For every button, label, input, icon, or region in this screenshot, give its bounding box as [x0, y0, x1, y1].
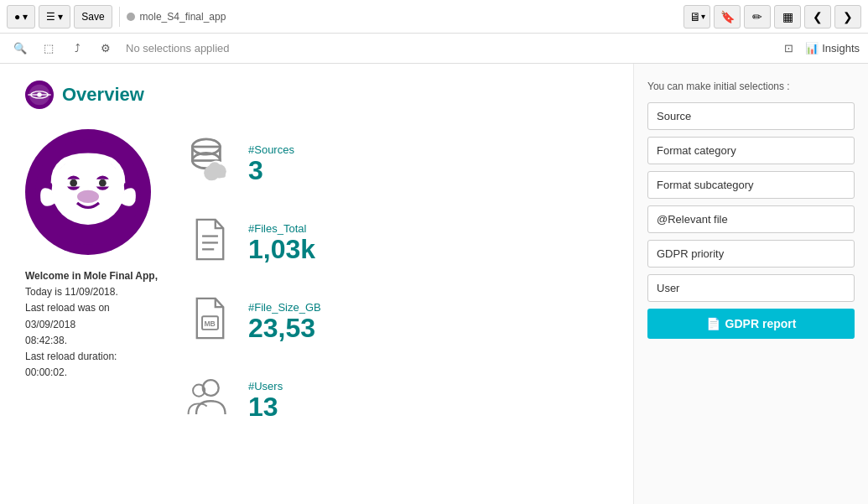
svg-rect-22	[206, 171, 225, 177]
users-value: 13	[248, 392, 283, 422]
stat-sources: #Sources 3	[185, 138, 321, 191]
app-name-label: mole_S4_final_app	[140, 11, 226, 23]
gdpr-btn-label: GDPR report	[725, 317, 797, 330]
smart-select-btn[interactable]: ⊡	[777, 37, 800, 60]
save-button[interactable]: Save	[74, 5, 112, 29]
chart-btn[interactable]: ▦	[774, 5, 801, 29]
bookmark-icon: 🔖	[720, 10, 735, 23]
svg-point-14	[99, 179, 107, 187]
chart-icon: ▦	[782, 10, 793, 23]
page-header: Overview	[25, 81, 608, 109]
divider1	[119, 7, 120, 27]
logo-circle	[25, 129, 151, 255]
stat-files: #Files_Total 1,03k	[185, 216, 321, 270]
nav-back-btn[interactable]: ❮	[804, 5, 831, 29]
selection-hint: You can make initial selections :	[647, 81, 855, 92]
bookmark-btn[interactable]: 🔖	[714, 5, 741, 29]
gdpr-report-button[interactable]: 📄 GDPR report	[647, 309, 855, 339]
save-label: Save	[81, 11, 104, 23]
stat-filesize: MB #File_Size_GB 23,53	[185, 295, 321, 349]
users-icon	[185, 374, 235, 428]
stats-column: #Sources 3	[185, 129, 321, 453]
app-title: mole_S4_final_app	[127, 11, 226, 23]
svg-rect-12	[52, 179, 125, 187]
files-value: 1,03k	[248, 235, 315, 264]
selections-toolbar: 🔍 ⬚ ⤴ ⚙ No selections applied ⊡ 📊 Insigh…	[0, 34, 868, 64]
welcome-line2: Today is 11/09/2018.	[25, 286, 118, 298]
welcome-line5: Last reload duration: 00:00:02.	[25, 351, 117, 378]
dropdown-arrow: ▾	[23, 11, 28, 23]
stat-users: #Users 13	[185, 374, 321, 428]
stat-files-info: #Files_Total 1,03k	[248, 222, 315, 264]
format-category-filter-btn[interactable]: Format category	[647, 137, 855, 164]
screen-arrow: ▾	[701, 12, 705, 21]
gdpr-priority-filter-btn[interactable]: GDPR priority	[647, 240, 855, 268]
sources-label: #Sources	[248, 143, 294, 156]
svg-text:MB: MB	[204, 320, 215, 328]
top-toolbar: ● ▾ ☰ ▾ Save mole_S4_final_app 🖥 ▾ 🔖 ✏ ▦…	[0, 0, 868, 34]
left-panel: Overview	[0, 64, 633, 504]
welcome-line1: Welcome in Mole Final App,	[25, 270, 158, 282]
main-body: Welcome in Mole Final App, Today is 11/0…	[25, 129, 608, 453]
pencil-icon: ✏	[752, 10, 762, 23]
nav-fwd-btn[interactable]: ❯	[834, 5, 861, 29]
chevron-right-icon: ❯	[843, 10, 853, 23]
back-btn[interactable]: ● ▾	[7, 5, 35, 29]
app-logo-icon	[25, 81, 54, 109]
source-filter-btn[interactable]: Source	[647, 102, 855, 130]
welcome-text: Welcome in Mole Final App, Today is 11/0…	[25, 268, 159, 381]
list-icon: ☰	[46, 11, 55, 23]
right-panel: You can make initial selections : Source…	[633, 64, 868, 504]
screen-icon: 🖥	[689, 10, 701, 23]
stat-filesize-info: #File_Size_GB 23,53	[248, 301, 321, 343]
relevant-file-filter-btn[interactable]: @Relevant file	[647, 205, 855, 233]
format-subcategory-filter-btn[interactable]: Format subcategory	[647, 171, 855, 199]
gear-icon: ⚙	[101, 42, 111, 55]
users-label: #Users	[248, 380, 283, 392]
smart-icon: ⊡	[784, 42, 793, 55]
toolbar-right: 🖥 ▾ 🔖 ✏ ▦ ❮ ❯	[683, 5, 861, 29]
dropdown-arrow2: ▾	[58, 11, 63, 23]
insights-label: Insights	[822, 42, 860, 55]
screen-btn[interactable]: 🖥 ▾	[683, 5, 710, 29]
toolbar-right2: ⊡ 📊 Insights	[777, 37, 860, 60]
user-filter-btn[interactable]: User	[647, 274, 855, 302]
svg-point-13	[70, 179, 77, 187]
page-title: Overview	[62, 84, 144, 106]
stat-users-info: #Users 13	[248, 380, 283, 422]
welcome-line3: Last reload was on 03/09/2018	[25, 302, 110, 330]
files-label: #Files_Total	[248, 222, 315, 235]
welcome-block: Welcome in Mole Final App, Today is 11/0…	[25, 268, 159, 381]
sources-icon	[185, 138, 235, 191]
welcome-line4: 08:42:38.	[25, 335, 67, 346]
main-content: Overview	[0, 64, 868, 504]
list-btn[interactable]: ☰ ▾	[39, 5, 70, 29]
mole-logo-svg	[34, 138, 143, 247]
document-icon: 📄	[706, 317, 720, 330]
logo-column: Welcome in Mole Final App, Today is 11/0…	[25, 129, 159, 453]
edit-btn[interactable]: ✏	[744, 5, 771, 29]
sources-value: 3	[248, 156, 294, 185]
svg-point-11	[77, 190, 99, 203]
bar-chart-icon: 📊	[805, 42, 819, 55]
filesize-value: 23,53	[248, 314, 321, 343]
circle-icon: ●	[14, 11, 20, 23]
stat-sources-info: #Sources 3	[248, 143, 294, 185]
app-dot-icon	[127, 13, 135, 21]
chevron-left-icon: ❮	[813, 10, 823, 23]
filesize-label: #File_Size_GB	[248, 301, 321, 314]
export-icon: ⤴	[75, 42, 81, 55]
svg-point-28	[202, 380, 218, 396]
files-icon	[185, 216, 235, 270]
settings-icon-btn[interactable]: ⚙	[94, 37, 117, 60]
insights-button[interactable]: 📊 Insights	[805, 42, 860, 55]
export-icon-btn[interactable]: ⤴	[65, 37, 89, 60]
filesize-icon: MB	[185, 295, 235, 349]
selections-label: No selections applied	[122, 42, 772, 55]
